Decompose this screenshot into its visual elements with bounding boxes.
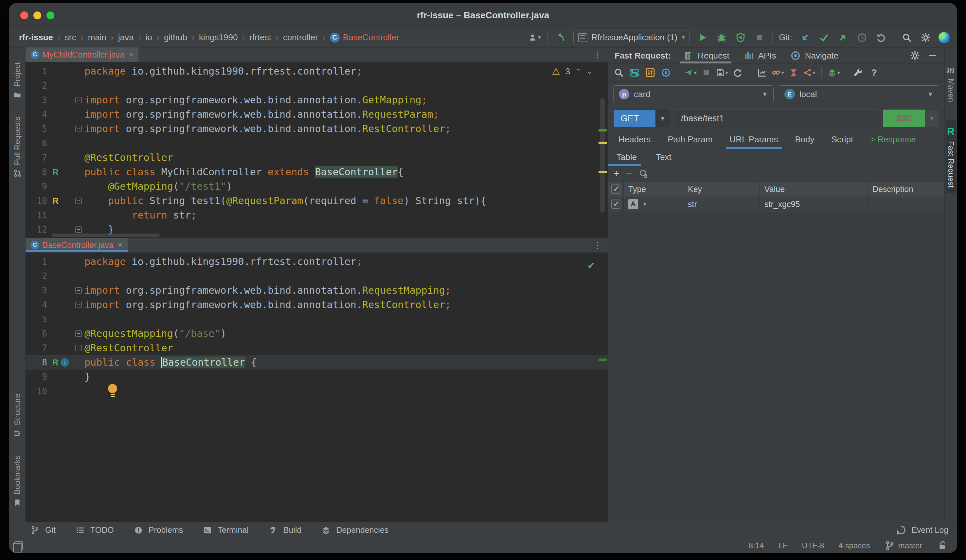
tool-window-button-build[interactable]: Build <box>267 524 302 537</box>
tool-window-switcher-icon[interactable] <box>15 541 23 550</box>
history-icon[interactable] <box>856 31 868 44</box>
breadcrumb-item[interactable]: io <box>146 32 152 43</box>
git-branch-widget[interactable]: master <box>884 540 922 551</box>
editor-scrollbar[interactable] <box>600 98 605 213</box>
param-value-cell[interactable]: str_xgc95 <box>760 197 868 212</box>
fast-request-tab-navigate[interactable]: Navigate <box>789 48 839 64</box>
sync-layers-icon[interactable]: ▾ <box>828 66 840 79</box>
fold-marker-icon[interactable] <box>75 126 82 132</box>
tool-window-button-terminal[interactable]: Terminal <box>201 524 248 537</box>
add-param-icon[interactable]: + <box>613 168 619 180</box>
breadcrumb-item[interactable]: java <box>118 32 134 43</box>
inspections-ok-icon[interactable]: ✔ <box>588 258 595 271</box>
save-request-icon[interactable]: ▾ <box>716 66 728 79</box>
param-key-cell[interactable]: str <box>683 197 760 212</box>
filter-settings-icon[interactable] <box>644 66 656 79</box>
project-select[interactable]: p card ▼ <box>613 85 774 103</box>
breadcrumb-item[interactable]: rfrtest <box>249 32 271 43</box>
coverage-icon[interactable] <box>734 31 747 44</box>
fold-marker-icon[interactable] <box>75 302 82 308</box>
fast-request-tab-request[interactable]: Request <box>682 48 729 64</box>
param-type-cell[interactable]: A▾ <box>624 197 683 212</box>
caret-position[interactable]: 8:14 <box>749 541 764 550</box>
run-icon[interactable] <box>697 31 709 44</box>
copy-link-icon[interactable]: ▾ <box>772 66 784 79</box>
send-request-icon[interactable]: ▾ <box>684 66 697 79</box>
insight-chart-icon[interactable] <box>756 66 768 79</box>
git-update-icon[interactable] <box>799 31 811 44</box>
event-log-button[interactable]: Event Log <box>895 524 948 537</box>
request-tab-body[interactable]: Body <box>788 131 821 149</box>
table-row[interactable]: A▾ str str_xgc95 <box>608 197 945 212</box>
column-header[interactable]: Value <box>760 182 868 197</box>
indent-setting[interactable]: 4 spaces <box>839 541 870 550</box>
tool-window-button-git[interactable]: Git <box>29 524 56 537</box>
fold-marker-icon[interactable] <box>75 227 82 233</box>
fold-marker-icon[interactable] <box>75 197 82 204</box>
search-icon[interactable] <box>613 66 625 79</box>
editor-hscrollbar[interactable] <box>52 233 160 237</box>
breadcrumb-item[interactable]: github <box>164 32 187 43</box>
response-status-badge[interactable]: 200 <box>883 110 925 127</box>
tool-stripe-maven[interactable]: m Maven <box>946 59 956 107</box>
row-checkbox[interactable] <box>611 200 621 209</box>
tool-window-button-problems[interactable]: Problems <box>132 524 183 537</box>
panel-settings-gear-icon[interactable] <box>910 50 920 61</box>
request-tab-response[interactable]: > Response <box>863 131 923 149</box>
inspection-widget[interactable]: ⚠ 3 ⌃ ⌄ <box>552 66 593 77</box>
request-tab-script[interactable]: Script <box>824 131 860 149</box>
fold-marker-icon[interactable] <box>75 97 82 103</box>
view-tab-table[interactable]: Table <box>608 149 645 166</box>
fold-marker-icon[interactable] <box>75 330 82 337</box>
fast-request-gutter-icon[interactable]: R <box>53 165 59 179</box>
environment-select[interactable]: E local ▼ <box>779 85 939 103</box>
navigate-back-arrow-icon[interactable] <box>554 31 567 44</box>
breadcrumb-item-class[interactable]: CBaseController <box>330 32 399 43</box>
close-tab-icon[interactable]: × <box>118 241 122 249</box>
method-select[interactable]: GET ▼ <box>613 110 670 127</box>
request-tab-headers[interactable]: Headers <box>611 131 658 149</box>
panel-minimize-icon[interactable] <box>927 50 938 61</box>
tool-stripe-fast-request[interactable]: R Fast Request <box>946 120 956 193</box>
fast-request-tab-apis[interactable]: APIs <box>743 48 776 64</box>
implementations-gutter-icon[interactable]: ↓ <box>61 358 69 367</box>
tab-mychildcontroller[interactable]: C MyChildController.java × <box>26 48 138 62</box>
fast-request-gutter-icon[interactable]: R <box>53 355 59 370</box>
ide-plugin-sphere-icon[interactable] <box>938 32 950 43</box>
fast-request-api-gutter-icon[interactable]: R <box>53 194 59 208</box>
git-push-icon[interactable] <box>837 31 849 44</box>
url-input[interactable]: /base/test1 <box>675 110 878 127</box>
user-dropdown-icon[interactable]: ▾ <box>529 31 541 44</box>
select-all-checkbox[interactable] <box>611 184 621 194</box>
column-header[interactable]: Description <box>868 182 945 197</box>
copy-params-icon[interactable] <box>638 168 649 179</box>
tool-stripe-structure[interactable]: Structure <box>12 394 22 438</box>
tool-stripe-pull-requests[interactable]: Pull Requests <box>12 117 22 178</box>
column-header[interactable]: Key <box>683 182 760 197</box>
tab-basecontroller[interactable]: C BaseController.java × <box>26 238 128 252</box>
toolbox-wrench-icon[interactable] <box>852 66 864 79</box>
tool-window-button-dependencies[interactable]: Dependencies <box>320 524 388 537</box>
view-tab-text[interactable]: Text <box>647 149 680 166</box>
tool-stripe-bookmarks[interactable]: Bookmarks <box>12 455 22 507</box>
prev-warning-icon[interactable]: ⌃ <box>575 67 581 76</box>
help-icon[interactable]: ? <box>868 66 880 79</box>
share-icon[interactable]: ▾ <box>803 66 815 79</box>
retry-icon[interactable] <box>731 66 744 79</box>
settings-gear-icon[interactable] <box>920 31 932 44</box>
lock-open-icon[interactable] <box>936 540 947 551</box>
fold-marker-icon[interactable] <box>75 345 82 351</box>
request-tab-pathparam[interactable]: Path Param <box>660 131 720 149</box>
stripe-mark-change[interactable] <box>598 358 607 361</box>
chevron-down-icon[interactable]: ▼ <box>925 110 939 127</box>
tool-window-button-todo[interactable]: TODO <box>74 524 114 537</box>
breadcrumb-item[interactable]: kings1990 <box>199 32 238 43</box>
stripe-mark-yellow[interactable] <box>598 142 607 144</box>
next-warning-icon[interactable]: ⌄ <box>587 67 593 76</box>
target-icon[interactable] <box>660 66 672 79</box>
run-configuration-select[interactable]: RfrIssueApplication (1)▾ <box>573 30 690 45</box>
tool-stripe-project[interactable]: Project <box>12 62 22 100</box>
rollback-icon[interactable] <box>875 31 887 44</box>
editor-options-icon[interactable]: ⋮ <box>593 50 608 60</box>
breadcrumb-item[interactable]: main <box>88 32 106 43</box>
